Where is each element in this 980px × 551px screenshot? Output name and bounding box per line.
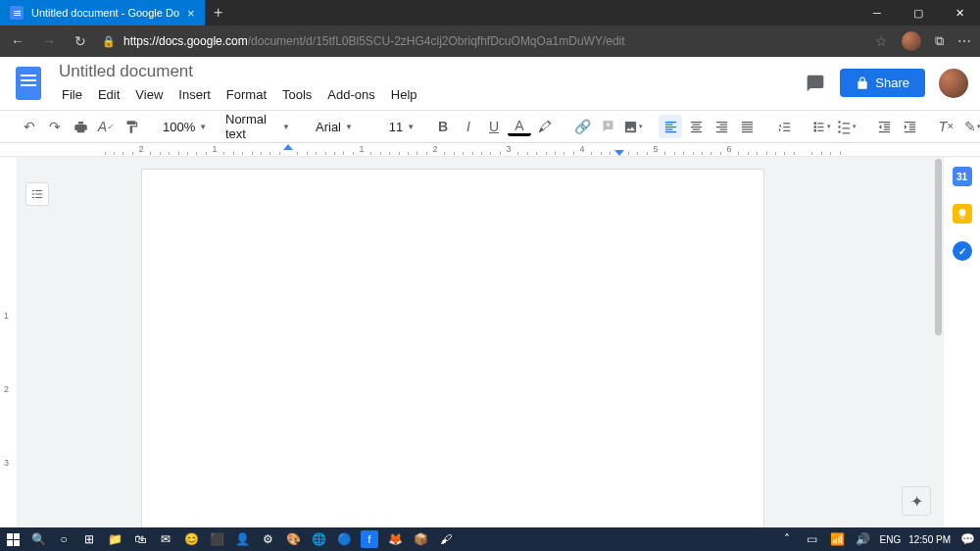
minimize-button[interactable]: ─ <box>857 0 898 25</box>
comment-icon <box>806 74 825 93</box>
comments-button[interactable] <box>805 73 826 94</box>
wifi-icon[interactable]: 📶 <box>829 530 847 548</box>
account-avatar[interactable] <box>939 69 968 98</box>
align-justify-button[interactable] <box>735 115 759 138</box>
app-icon[interactable]: 😊 <box>182 530 200 548</box>
app-icon[interactable]: ⬛ <box>208 530 225 548</box>
close-window-button[interactable]: ✕ <box>939 0 980 25</box>
font-size-dropdown[interactable]: 11▼ <box>386 115 417 138</box>
line-spacing-button[interactable] <box>772 115 796 138</box>
align-right-button[interactable] <box>710 115 733 138</box>
notifications-icon[interactable]: 💬 <box>958 530 976 548</box>
formatting-toolbar: ↶ ↷ A✓ 100%▼ Normal text▼ Arial▼ 11▼ B I… <box>0 110 980 143</box>
explore-button[interactable]: ✦ <box>902 486 931 516</box>
calendar-addon-button[interactable]: 31 <box>953 167 972 186</box>
menu-tools[interactable]: Tools <box>275 84 318 105</box>
spellcheck-button[interactable]: A✓ <box>94 115 118 138</box>
volume-icon[interactable]: 🔊 <box>855 530 872 548</box>
settings-icon[interactable]: ⚙ <box>259 530 276 548</box>
file-explorer-icon[interactable]: 📁 <box>106 530 123 548</box>
decrease-indent-button[interactable] <box>872 115 896 138</box>
browser-titlebar: Untitled document - Google Do × + ─ ▢ ✕ <box>0 0 980 25</box>
ruler-number: 2 <box>138 144 143 154</box>
menu-addons[interactable]: Add-ons <box>320 84 381 105</box>
insert-image-button[interactable] <box>621 115 645 138</box>
zoom-dropdown[interactable]: 100%▼ <box>157 115 206 138</box>
docs-home-button[interactable] <box>12 62 45 105</box>
tray-chevron-icon[interactable]: ˄ <box>778 530 796 548</box>
mail-icon[interactable]: ✉ <box>157 530 174 548</box>
horizontal-ruler[interactable]: 21123456 <box>0 143 980 157</box>
highlight-button[interactable]: 🖍 <box>533 115 557 138</box>
app-icon[interactable]: 🎨 <box>284 530 302 548</box>
reading-list-icon[interactable]: ⧉ <box>935 33 944 49</box>
forward-button[interactable]: → <box>39 33 59 49</box>
search-button[interactable]: 🔍 <box>29 530 47 548</box>
bold-button[interactable]: B <box>431 115 455 138</box>
bulleted-list-button[interactable] <box>835 115 858 138</box>
profile-avatar-browser[interactable] <box>902 31 921 51</box>
editing-mode-button[interactable]: ✎ <box>960 115 980 138</box>
browser-tab[interactable]: Untitled document - Google Do × <box>0 0 205 25</box>
browser-more-icon[interactable]: ⋯ <box>957 33 972 49</box>
app-icon[interactable]: 🖌 <box>437 530 455 548</box>
keep-addon-button[interactable] <box>953 204 972 224</box>
underline-button[interactable]: U <box>482 115 506 138</box>
back-button[interactable]: ← <box>8 33 27 49</box>
first-line-indent-marker[interactable] <box>283 144 293 150</box>
undo-button[interactable]: ↶ <box>18 115 41 138</box>
show-outline-button[interactable] <box>25 182 49 206</box>
start-button[interactable] <box>4 530 22 548</box>
store-icon[interactable]: 🛍 <box>131 530 149 548</box>
refresh-button[interactable]: ↻ <box>71 33 90 49</box>
task-view-button[interactable]: ⊞ <box>80 530 98 548</box>
menu-insert[interactable]: Insert <box>172 84 218 105</box>
facebook-icon[interactable]: f <box>361 530 378 548</box>
clear-formatting-button[interactable]: T✕ <box>935 115 958 138</box>
right-indent-marker[interactable] <box>614 150 624 156</box>
firefox-icon[interactable]: 🦊 <box>386 530 404 548</box>
share-button[interactable]: Share <box>840 69 925 97</box>
app-icon[interactable]: 📦 <box>412 530 429 548</box>
align-left-button[interactable] <box>659 115 682 138</box>
checklist-button[interactable] <box>809 115 833 138</box>
italic-button[interactable]: I <box>457 115 480 138</box>
paint-format-button[interactable] <box>120 115 143 138</box>
font-dropdown[interactable]: Arial▼ <box>310 115 372 138</box>
new-tab-button[interactable]: + <box>205 0 232 25</box>
redo-button[interactable]: ↷ <box>43 115 67 138</box>
windows-taskbar: 🔍 ○ ⊞ 📁 🛍 ✉ 😊 ⬛ 👤 ⚙ 🎨 🌐 🔵 f 🦊 📦 🖌 ˄ ▭ 📶 … <box>0 527 980 551</box>
menu-format[interactable]: Format <box>220 84 273 105</box>
print-button[interactable] <box>69 115 92 138</box>
maximize-button[interactable]: ▢ <box>898 0 939 25</box>
document-page[interactable] <box>141 169 764 527</box>
address-bar[interactable]: 🔒 https://docs.google.com/document/d/15t… <box>102 34 863 48</box>
insert-link-button[interactable]: 🔗 <box>570 115 594 138</box>
menu-edit[interactable]: Edit <box>91 84 126 105</box>
system-tray: ˄ ▭ 📶 🔊 ENG 12:50 PM 💬 <box>778 530 976 548</box>
scrollbar-thumb[interactable] <box>935 159 942 335</box>
clock[interactable]: 12:50 PM <box>908 534 951 545</box>
scrollbar-track[interactable] <box>933 157 943 527</box>
favorite-icon[interactable]: ☆ <box>875 33 888 49</box>
vertical-ruler[interactable]: 123 <box>0 157 18 527</box>
text-color-button[interactable]: A <box>508 117 531 136</box>
language-indicator[interactable]: ENG <box>880 534 902 545</box>
tasks-addon-button[interactable]: ✓ <box>953 241 972 261</box>
menu-help[interactable]: Help <box>384 84 424 105</box>
increase-indent-button[interactable] <box>898 115 921 138</box>
document-title-input[interactable]: Untitled document <box>55 61 424 82</box>
chrome-icon[interactable]: 🌐 <box>310 530 327 548</box>
align-center-button[interactable] <box>684 115 708 138</box>
styles-dropdown[interactable]: Normal text▼ <box>220 115 296 138</box>
add-comment-button[interactable] <box>596 115 619 138</box>
ruler-number: 1 <box>212 144 217 154</box>
cortana-button[interactable]: ○ <box>55 530 73 548</box>
app-icon[interactable]: 👤 <box>233 530 251 548</box>
battery-icon[interactable]: ▭ <box>804 530 821 548</box>
menu-bar: File Edit View Insert Format Tools Add-o… <box>55 84 424 105</box>
close-tab-icon[interactable]: × <box>187 6 195 21</box>
menu-file[interactable]: File <box>55 84 89 105</box>
menu-view[interactable]: View <box>128 84 170 105</box>
edge-icon[interactable]: 🔵 <box>335 530 353 548</box>
